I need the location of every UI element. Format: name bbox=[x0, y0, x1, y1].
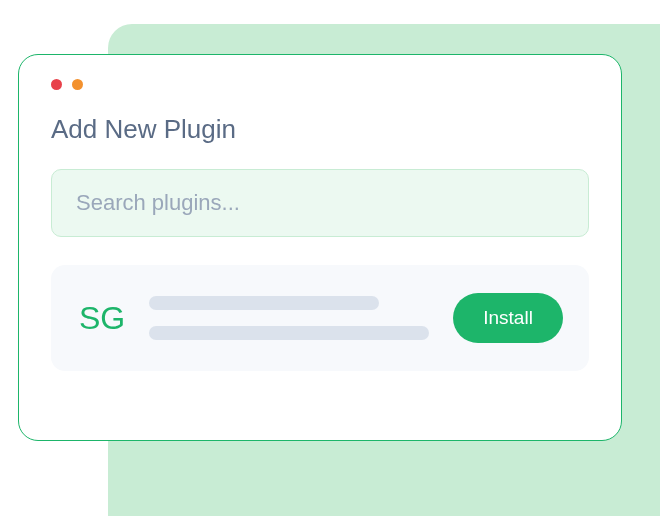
search-input[interactable] bbox=[51, 169, 589, 237]
plugin-window: Add New Plugin SG Install bbox=[18, 54, 622, 441]
page-title: Add New Plugin bbox=[51, 114, 589, 145]
plugin-info bbox=[149, 296, 429, 340]
minimize-icon[interactable] bbox=[72, 79, 83, 90]
plugin-badge: SG bbox=[79, 300, 125, 337]
plugin-title-placeholder bbox=[149, 296, 379, 310]
window-controls bbox=[51, 79, 589, 90]
install-button[interactable]: Install bbox=[453, 293, 563, 343]
close-icon[interactable] bbox=[51, 79, 62, 90]
plugin-description-placeholder bbox=[149, 326, 429, 340]
plugin-card: SG Install bbox=[51, 265, 589, 371]
